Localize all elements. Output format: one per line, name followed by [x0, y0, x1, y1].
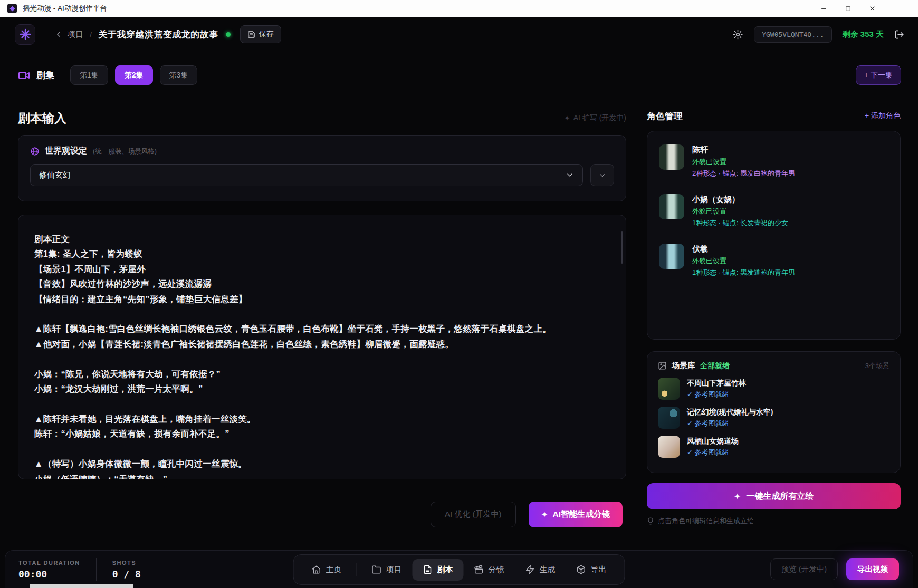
- character-status: 外貌已设置: [692, 256, 795, 266]
- character-item[interactable]: 伏羲 外貌已设置 1种形态 · 锚点: 黑发道袍的青年男: [659, 244, 888, 277]
- sparkle-icon: ✦: [541, 510, 548, 519]
- world-setting-controls: 修仙玄幻: [30, 164, 614, 186]
- license-key-badge[interactable]: YGW05VLQNT4O...: [754, 26, 831, 43]
- character-name: 小娲（女娲）: [692, 195, 788, 205]
- shots-value: 0 / 8: [112, 568, 141, 580]
- days-remaining-label: 剩余 353 天: [843, 30, 884, 40]
- preview-button[interactable]: 预览 (开发中): [770, 558, 838, 580]
- world-setting-hint: (统一服装、场景风格): [93, 147, 157, 156]
- nav-export[interactable]: 导出: [566, 559, 617, 581]
- lightbulb-icon: [647, 517, 654, 525]
- settings-gear-icon[interactable]: [732, 29, 743, 40]
- main-navigation: 主页 项目 剧本: [293, 554, 625, 585]
- ai-optimize-button[interactable]: AI 优化 (开发中): [431, 502, 516, 527]
- scene-library-title: 场景库: [672, 361, 695, 371]
- nav-home[interactable]: 主页: [301, 559, 352, 581]
- os-titlebar: 摇光动漫 - AI动漫创作平台: [0, 0, 918, 17]
- generate-storyboard-label: AI智能生成分镜: [553, 509, 610, 520]
- script-text-content: 剧本正文 第1集: 圣人之下，皆为蝼蚁 【场景1】不周山下，茅屋外 【音效】风吹…: [34, 232, 610, 479]
- nav-divider: [357, 563, 357, 576]
- scene-library-card: 场景库 全部就绪 3个场景 不周山下茅屋竹林 ✓ 参考图就绪: [647, 351, 901, 473]
- save-button[interactable]: 保存: [240, 25, 281, 43]
- total-duration-value: 00:00: [18, 568, 80, 580]
- script-textarea[interactable]: 剧本正文 第1集: 圣人之下，皆为蝼蚁 【场景1】不周山下，茅屋外 【音效】风吹…: [18, 215, 626, 479]
- character-edit-hint: 点击角色可编辑信息和生成立绘: [647, 516, 901, 526]
- world-style-selected: 修仙玄幻: [39, 170, 71, 180]
- nav-storyboard[interactable]: 分镜: [464, 559, 515, 581]
- character-manager-header: 角色管理 + 添加角色: [647, 110, 901, 122]
- character-manager-title: 角色管理: [647, 110, 683, 122]
- check-icon: ✓: [687, 390, 693, 398]
- generate-all-label: 一键生成所有立绘: [746, 491, 814, 502]
- character-item[interactable]: 小娲（女娲） 外貌已设置 1种形态 · 锚点: 长发青裙的少女: [659, 194, 888, 228]
- character-list-card: 陈轩 外貌已设置 2种形态 · 锚点: 墨发白袍的青年男 小娲（女娲） 外貌已设…: [647, 131, 901, 340]
- export-video-button[interactable]: 导出视频: [846, 558, 899, 580]
- window-title: 摇光动漫 - AI动漫创作平台: [23, 4, 107, 13]
- scene-item[interactable]: 不周山下茅屋竹林 ✓ 参考图就绪: [658, 378, 890, 400]
- sparkle-icon: ✦: [734, 491, 741, 502]
- script-scrollbar-thumb[interactable]: [621, 231, 623, 264]
- world-style-select[interactable]: 修仙玄幻: [30, 164, 583, 186]
- logout-icon[interactable]: [894, 30, 904, 40]
- breadcrumb-projects[interactable]: 项目: [68, 30, 83, 40]
- next-episode-button[interactable]: + 下一集: [856, 65, 901, 85]
- nav-generate[interactable]: 生成: [515, 559, 566, 581]
- scene-thumbnail: [658, 436, 680, 458]
- app-shell: 项目 / 关于我穿越洪荒变成龙的故事 保存 YGW05VLQNT4O... 剩余: [0, 17, 918, 588]
- minimize-button[interactable]: [811, 0, 836, 17]
- generate-all-portraits-button[interactable]: ✦ 一键生成所有立绘: [647, 483, 901, 509]
- total-duration-label: TOTAL DURATION: [18, 560, 80, 566]
- desktop-taskbar-remnant: [30, 584, 133, 588]
- character-avatar: [659, 194, 684, 219]
- tab-episode-1[interactable]: 第1集: [70, 65, 108, 85]
- world-style-expand-button[interactable]: [590, 164, 614, 186]
- page-title: 关于我穿越洪荒变成龙的故事: [98, 28, 218, 41]
- header-right: YGW05VLQNT4O... 剩余 353 天: [732, 26, 904, 43]
- nav-projects[interactable]: 项目: [361, 559, 413, 581]
- video-camera-icon: [18, 69, 31, 82]
- character-status: 外貌已设置: [692, 207, 788, 216]
- image-icon: [658, 361, 667, 370]
- app-header: 项目 / 关于我穿越洪荒变成龙的故事 保存 YGW05VLQNT4O... 剩余: [0, 17, 918, 51]
- close-button[interactable]: [860, 0, 884, 17]
- ai-expand-label: AI 扩写 (开发中): [573, 113, 626, 123]
- character-meta: 1种形态 · 锚点: 长发青裙的少女: [692, 218, 788, 228]
- scene-status: ✓ 参考图就绪: [687, 419, 773, 428]
- app-window: 摇光动漫 - AI动漫创作平台 项目: [0, 0, 918, 588]
- scene-item[interactable]: 记忆幻境(现代婚礼与水牢) ✓ 参考图就绪: [658, 407, 890, 429]
- scene-thumbnail: [658, 378, 680, 400]
- package-icon: [577, 565, 586, 574]
- check-icon: ✓: [687, 448, 693, 456]
- character-name: 伏羲: [692, 244, 795, 254]
- breadcrumb-separator: /: [90, 30, 92, 39]
- tab-episode-2[interactable]: 第2集: [115, 65, 153, 85]
- chevron-down-icon: [566, 171, 574, 179]
- ai-expand-hint: ✦ AI 扩写 (开发中): [564, 113, 626, 123]
- scene-ready-status: 全部就绪: [700, 361, 730, 371]
- clapperboard-icon: [474, 565, 484, 574]
- scene-status: ✓ 参考图就绪: [687, 448, 739, 457]
- scene-item[interactable]: 凤栖山女娲道场 ✓ 参考图就绪: [658, 436, 890, 458]
- stats-divider: [96, 558, 97, 581]
- brand-logo: [15, 24, 35, 45]
- nav-script[interactable]: 剧本: [413, 559, 464, 581]
- back-button[interactable]: [54, 30, 63, 39]
- project-stats: TOTAL DURATION 00:00 SHOTS 0 / 8: [18, 551, 141, 588]
- add-character-button[interactable]: + 添加角色: [865, 111, 901, 121]
- document-icon: [423, 565, 433, 574]
- chevron-down-icon: [598, 171, 606, 179]
- character-item[interactable]: 陈轩 外貌已设置 2种形态 · 锚点: 墨发白袍的青年男: [659, 144, 888, 178]
- scene-name: 记忆幻境(现代婚礼与水牢): [687, 408, 773, 417]
- lightning-icon: [525, 565, 535, 574]
- script-panel: 剧本输入 ✦ AI 扩写 (开发中) 世界观设定 (统一服装、场景风格): [18, 110, 626, 527]
- tab-episode-3[interactable]: 第3集: [160, 65, 198, 85]
- scene-status: ✓ 参考图就绪: [687, 390, 746, 399]
- character-meta: 2种形态 · 锚点: 墨发白袍的青年男: [692, 169, 795, 178]
- header-divider: [44, 28, 44, 41]
- maximize-button[interactable]: [836, 0, 860, 17]
- character-avatar: [659, 244, 684, 269]
- saved-status-dot: [226, 32, 231, 37]
- app-icon: [7, 4, 17, 13]
- home-icon: [312, 565, 321, 574]
- generate-storyboard-button[interactable]: ✦ AI智能生成分镜: [529, 502, 623, 527]
